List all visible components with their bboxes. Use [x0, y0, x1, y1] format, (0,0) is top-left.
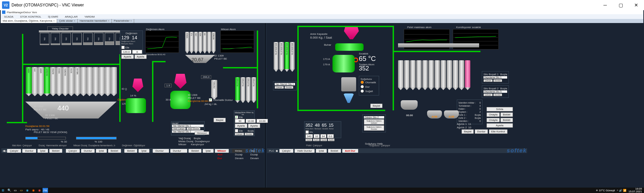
elle-kontrol-button[interactable]: Elle Kontrol — [489, 129, 507, 134]
sifirla-button[interactable]: Sıfırla — [487, 107, 513, 111]
elle-checkbox[interactable] — [235, 129, 238, 132]
elle-checkbox[interactable] — [121, 46, 125, 49]
chrome-icon[interactable]: ◉ — [36, 188, 43, 193]
search-icon[interactable]: 🔍 — [6, 188, 12, 193]
tab-hammadde[interactable]: Hammadde hareketleri× — [78, 19, 112, 23]
melas-in1[interactable] — [235, 119, 245, 123]
beklet-button[interactable]: Beklet — [500, 112, 513, 117]
taskbar[interactable]: ⊞ 🔍 ▭ ▭ ◉ ◉ ◉ PM ☀ 37°C Güneşli ^ 🔊 📶 16… — [0, 188, 644, 193]
system-tray[interactable]: ☀ 37°C Güneşli ^ 🔊 📶 16:0515.07.2021 — [596, 188, 644, 193]
melas-elle-checkbox[interactable]: ✔ — [235, 115, 238, 119]
menu-isemri[interactable]: İŞ EMRİ — [45, 15, 61, 18]
onayla-button[interactable]: Onayla — [487, 112, 500, 117]
durdur-button[interactable]: Durdur — [493, 79, 502, 82]
close-icon[interactable]: × — [74, 19, 75, 23]
close-icon[interactable]: × — [53, 19, 55, 23]
ayarla-button[interactable]: Ayarla — [134, 55, 147, 59]
durdur-besleyici-button[interactable]: Durdur Besleyici — [153, 149, 169, 153]
degirmen-setB[interactable] — [132, 50, 142, 54]
clock[interactable]: 16:0515.07.2021 — [628, 188, 642, 193]
menu-stok[interactable]: STOK KONTROL — [17, 15, 45, 18]
baslat-button[interactable]: Başlat — [370, 104, 382, 108]
hatti-durdur-button[interactable]: Hattı Durdur — [295, 149, 315, 153]
ayarla-button[interactable]: Ayarla — [320, 138, 327, 141]
calistir-button[interactable]: Çalıştır — [235, 133, 244, 135]
menu-scada[interactable]: SCADA — [1, 15, 17, 18]
degirmen-setA[interactable] — [121, 50, 131, 54]
sogutucu-calistir-button[interactable]: Soğutucu Hattını Çalıştır — [364, 119, 384, 125]
calistir-button[interactable]: Çalıştır — [484, 93, 493, 96]
melaseyeri-button[interactable]: Melaseyeri — [195, 131, 209, 135]
window-maximize-button[interactable]: ▢ — [613, 0, 628, 10]
iptal-button[interactable]: İptal — [96, 149, 106, 153]
durdur-button[interactable]: Durdur — [245, 133, 253, 135]
beklet-button[interactable]: Beklet — [108, 149, 121, 153]
baslat-button[interactable]: Başlat — [462, 129, 474, 134]
calistir-button[interactable]: Çalıştır — [275, 86, 284, 89]
beklet-button[interactable]: Beklet — [124, 149, 137, 153]
calistir-button[interactable]: Çalıştır — [279, 149, 293, 153]
ayarla-button[interactable]: Ayarla — [305, 138, 312, 141]
radio-otomatik[interactable] — [361, 81, 364, 84]
dokum-combo[interactable]: Döküm Silo 2 — [364, 116, 384, 119]
durdur-button[interactable]: Durdur — [475, 129, 488, 134]
hatti-calistir-button[interactable]: Hattı Çalıştır — [172, 127, 186, 130]
app-pm-icon[interactable]: PM — [43, 188, 48, 193]
tab-celik[interactable]: Çelik silolar× — [57, 19, 78, 23]
oto-doldur-checkbox[interactable]: ✔ — [209, 98, 212, 102]
elle-checkbox[interactable] — [305, 130, 309, 134]
baslat-button[interactable]: Başlat — [214, 118, 226, 122]
depolama-combo[interactable]: Depolama Silo 5 — [484, 90, 507, 93]
taskview-icon[interactable]: ▭ — [12, 188, 18, 193]
tab-parametreler[interactable]: Parametreler× — [112, 19, 134, 23]
iptal-button[interactable]: İptal — [139, 149, 149, 153]
ayarla-button[interactable]: Ayarla — [487, 123, 513, 128]
ro-in[interactable] — [320, 134, 326, 138]
melas-in2[interactable] — [246, 119, 256, 123]
durdur-button[interactable]: Durdur — [493, 93, 502, 96]
radio-sogalt[interactable] — [361, 89, 364, 93]
sogutucu-durdur-button[interactable]: Soğutucu Hattını Durdur — [364, 125, 384, 131]
tab-dozajlama[interactable]: Mal alım, Dozajlama, Öğütme, Karıştırma× — [1, 19, 57, 23]
mikser-acil-dur-button[interactable]: Mikser Acil Dur — [215, 149, 229, 153]
hedef2-combo[interactable]: Yarı Mamül Silo 1 — [275, 83, 295, 85]
beklet-button[interactable]: Beklet — [500, 118, 513, 122]
calistir-button[interactable]: Çalıştır — [66, 149, 80, 153]
window-close-button[interactable]: ✕ — [628, 0, 644, 10]
melas-devam-button[interactable]: Melas Dozajı Devam — [232, 149, 246, 153]
beklet-button[interactable]: Beklet — [189, 149, 201, 153]
iptal-button[interactable]: İptal — [316, 149, 326, 153]
durdur-button[interactable]: Durdur — [284, 86, 293, 89]
ro-in[interactable] — [327, 134, 334, 138]
beklet-button[interactable]: Beklet — [49, 149, 62, 153]
menu-araclar[interactable]: ARAÇLAR — [61, 15, 81, 18]
menu-yardim[interactable]: YARDIM — [81, 15, 98, 18]
iptal-button[interactable]: İptal — [38, 149, 48, 153]
ro-in[interactable] — [314, 134, 320, 138]
melas-in3[interactable] — [256, 119, 268, 123]
iptal-button[interactable]: İptal — [203, 149, 213, 153]
onayla-button[interactable]: Onayla — [487, 118, 500, 122]
beklet-button[interactable]: Beklet — [328, 149, 341, 153]
firefox-icon[interactable]: ◉ — [30, 188, 36, 193]
start-button[interactable]: ⊞ — [0, 188, 6, 193]
edge-icon[interactable]: ◉ — [24, 188, 30, 193]
close-icon[interactable]: × — [108, 19, 109, 23]
durdur-button[interactable]: Durdur — [22, 149, 36, 153]
ayarla-button[interactable]: Ayarla — [328, 138, 335, 141]
close-icon[interactable]: × — [130, 19, 132, 23]
acil-dur-button[interactable]: Acil Dur — [342, 149, 358, 153]
ayarla-button[interactable]: Ayarla — [235, 124, 247, 128]
depolama-combo[interactable]: Depolama Silo 1 — [484, 76, 507, 79]
explorer-icon[interactable]: ▭ — [18, 188, 24, 193]
ayarla-button[interactable]: Ayarla — [248, 124, 261, 128]
ayarla-button[interactable]: Ayarla — [313, 138, 320, 141]
tray-icons[interactable]: ^ 🔊 📶 — [617, 189, 626, 192]
ro-in[interactable] — [305, 134, 313, 138]
calistir-button[interactable]: Çalıştır — [7, 149, 21, 153]
radio-dur[interactable] — [361, 85, 364, 88]
ayarla-button[interactable]: Ayarla — [121, 55, 134, 59]
window-minimize-button[interactable]: ─ — [597, 0, 613, 10]
durdur-button[interactable]: Durdur — [81, 149, 95, 153]
weather[interactable]: ☀ 37°C Güneşli — [596, 189, 615, 192]
